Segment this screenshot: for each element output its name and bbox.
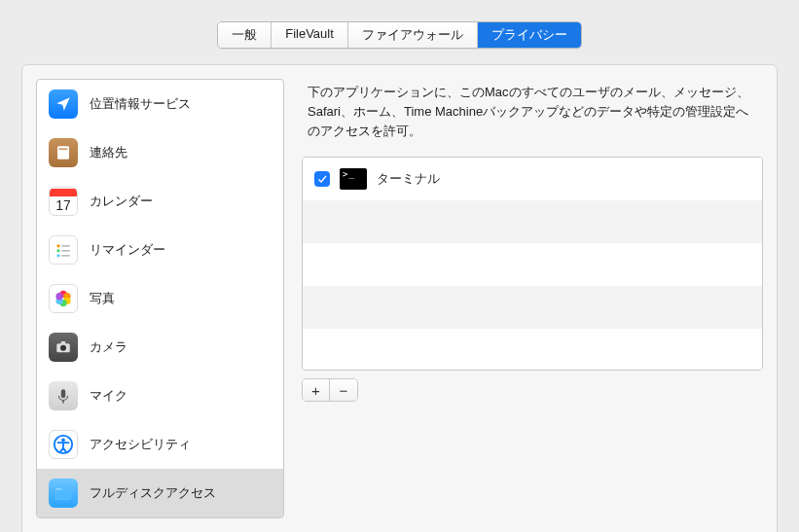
sidebar-label: リマインダー [90,241,165,259]
tab-privacy[interactable]: プライバシー [478,22,581,48]
sidebar-item-microphone[interactable]: マイク [37,372,283,420]
sidebar-label: アクセシビリティ [90,436,191,453]
sidebar-label: 写真 [90,290,115,307]
description-text: 下のアプリケーションに、このMacのすべてのユーザのメール、メッセージ、Safa… [302,81,763,157]
app-row-terminal[interactable]: ターミナル [303,158,762,200]
calendar-day: 17 [55,196,71,214]
svg-point-4 [56,249,59,252]
tab-filevault[interactable]: FileVault [272,22,348,48]
svg-point-15 [60,345,66,351]
sidebar-label: 位置情報サービス [90,95,191,113]
contacts-icon [49,138,78,167]
svg-rect-3 [61,245,69,247]
tab-firewall[interactable]: ファイアウォール [348,22,478,48]
add-button[interactable]: + [303,379,330,401]
svg-point-2 [56,244,59,247]
sidebar-item-reminders[interactable]: リマインダー [37,226,283,274]
tab-bar: 一般 FileVault ファイアウォール プライバシー [0,0,799,49]
sidebar-label: マイク [90,387,127,405]
folder-icon [49,479,78,508]
terminal-icon [340,168,367,190]
svg-rect-17 [61,389,66,398]
svg-rect-1 [59,149,68,151]
location-icon [49,89,78,119]
sidebar-item-calendar[interactable]: 17 カレンダー [37,177,283,226]
sidebar-item-full-disk-access[interactable]: フルディスクアクセス [37,469,283,517]
sidebar-item-photos[interactable]: 写真 [37,274,283,323]
sidebar-item-location[interactable]: 位置情報サービス [37,80,283,128]
tab-group: 一般 FileVault ファイアウォール プライバシー [217,21,582,49]
add-remove-group: + − [302,378,358,402]
privacy-panel: 位置情報サービス 連絡先 17 カレンダー リマインダー 写真 [21,64,778,532]
sidebar-label: フルディスクアクセス [90,484,216,502]
remove-button[interactable]: − [330,379,357,401]
calendar-icon: 17 [49,187,78,216]
tab-general[interactable]: 一般 [218,22,272,48]
svg-rect-5 [61,250,69,252]
detail-pane: 下のアプリケーションに、このMacのすべてのユーザのメール、メッセージ、Safa… [302,79,763,518]
checkbox-terminal[interactable] [314,171,330,187]
app-row-empty [303,329,762,371]
svg-rect-18 [62,401,64,404]
app-row-empty [303,200,762,243]
app-label: ターミナル [377,170,440,188]
svg-rect-0 [57,146,69,160]
svg-point-20 [61,439,65,443]
category-sidebar: 位置情報サービス 連絡先 17 カレンダー リマインダー 写真 [36,79,284,518]
sidebar-item-accessibility[interactable]: アクセシビリティ [37,420,283,469]
accessibility-icon [49,430,78,459]
sidebar-label: 連絡先 [90,144,127,161]
sidebar-label: カレンダー [90,193,153,210]
app-row-empty [303,243,762,286]
microphone-icon [49,381,78,410]
sidebar-item-camera[interactable]: カメラ [37,323,283,372]
app-row-empty [303,286,762,329]
photos-icon [49,284,78,313]
camera-icon [49,333,78,362]
svg-point-13 [55,293,62,300]
sidebar-item-contacts[interactable]: 連絡先 [37,128,283,177]
svg-rect-7 [61,255,69,257]
svg-rect-16 [61,341,66,344]
reminders-icon [49,235,78,265]
sidebar-label: カメラ [90,338,127,356]
svg-point-6 [56,254,59,257]
app-list: ターミナル [302,157,763,371]
